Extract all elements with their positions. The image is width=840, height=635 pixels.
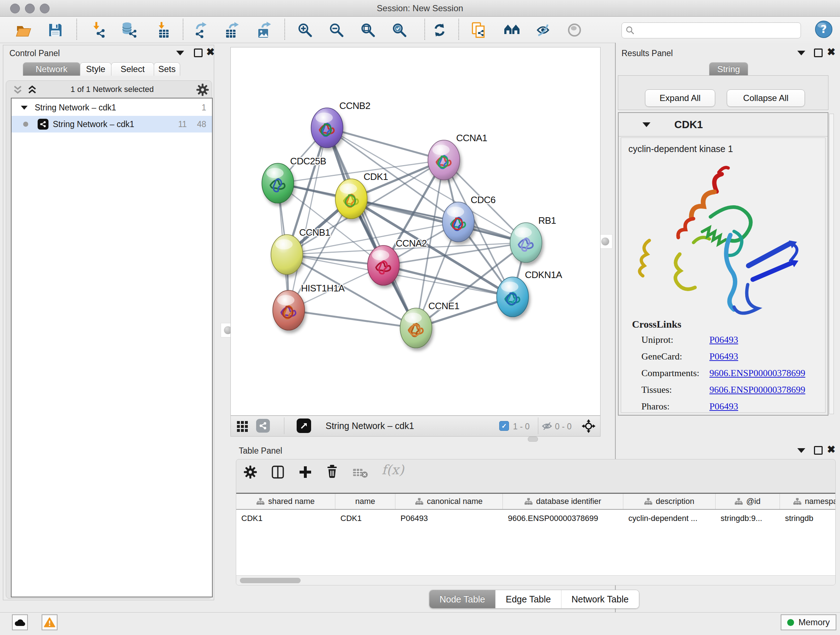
network-graph: CCNB2CCNA1CDC25BCDK1CDC6RB1CCNB1CCNA2CDK… <box>231 48 600 415</box>
show-columns-icon[interactable] <box>271 465 285 480</box>
export-table-button[interactable] <box>223 21 241 39</box>
table-panel-menu-icon[interactable] <box>797 448 805 453</box>
results-panel-title: Results Panel <box>622 49 673 58</box>
graph-node-HIST1H1A[interactable]: HIST1H1A <box>273 283 345 330</box>
column-header-name[interactable]: name <box>335 494 395 509</box>
birds-eye-view-icon[interactable] <box>297 418 311 433</box>
crosslink-link[interactable]: P06493 <box>709 401 738 412</box>
tab-network-table[interactable]: Network Table <box>561 590 639 608</box>
network-collection-row[interactable]: String Network – cdk1 1 <box>11 99 212 116</box>
import-network-database-button[interactable] <box>120 21 138 39</box>
tab-edge-table[interactable]: Edge Table <box>496 590 561 608</box>
result-expander-icon[interactable] <box>643 122 651 127</box>
results-panel-float-icon[interactable] <box>814 49 823 57</box>
table-cell[interactable]: stringdb <box>780 510 835 527</box>
namespace-tree-icon <box>524 498 532 505</box>
node-label-CDKN1A: CDKN1A <box>525 269 562 280</box>
delete-column-icon[interactable] <box>325 464 339 480</box>
create-column-icon[interactable] <box>298 465 312 480</box>
column-header-canonical-name[interactable]: canonical name <box>395 494 503 509</box>
column-header-namespace[interactable]: namespace <box>780 494 835 509</box>
zoom-out-button[interactable] <box>327 21 346 39</box>
control-panel-close-icon[interactable]: ✖ <box>206 48 215 57</box>
string-app-icon <box>38 119 49 130</box>
table-cell[interactable]: P06493 <box>395 510 503 527</box>
network-canvas[interactable]: CCNB2CCNA1CDC25BCDK1CDC6RB1CCNB1CCNA2CDK… <box>231 47 600 416</box>
table-panel-float-icon[interactable] <box>814 446 823 455</box>
tab-string[interactable]: String <box>709 62 748 76</box>
network-share-view-icon[interactable] <box>256 419 270 432</box>
open-session-button[interactable] <box>14 21 33 39</box>
results-panel-close-icon[interactable]: ✖ <box>827 48 835 57</box>
collection-expander-icon[interactable] <box>21 105 28 109</box>
zoom-in-button[interactable] <box>296 21 314 39</box>
control-panel-menu-icon[interactable] <box>176 51 184 55</box>
graph-node-CDKN1A[interactable]: CDKN1A <box>497 269 562 317</box>
export-image-button[interactable] <box>255 21 273 39</box>
duplicate-network-button[interactable] <box>470 21 488 39</box>
results-scrollbar[interactable] <box>829 114 834 414</box>
graph-node-CDC6[interactable]: CDC6 <box>442 195 496 242</box>
cloud-status-button[interactable] <box>12 614 28 630</box>
network-row[interactable]: String Network – cdk1 11 48 <box>11 116 212 133</box>
help-button[interactable]: ? <box>815 20 833 38</box>
status-bar <box>0 612 840 635</box>
graph-node-CCNB2[interactable]: CCNB2 <box>311 100 370 148</box>
crosslink-link[interactable]: P06493 <box>709 351 738 362</box>
table-cell[interactable]: cyclin-dependent ... <box>623 510 715 527</box>
expand-all-networks-icon[interactable] <box>27 85 38 97</box>
graph-node-CCNA2[interactable]: CCNA2 <box>368 238 427 285</box>
memory-status-button[interactable]: Memory <box>781 614 836 630</box>
node-label-CDC6: CDC6 <box>471 195 496 205</box>
collapse-all-networks-icon[interactable] <box>12 85 23 97</box>
show-all-button[interactable] <box>565 21 584 39</box>
table-cell[interactable]: CDK1 <box>236 510 335 527</box>
search-input[interactable] <box>635 25 797 35</box>
tab-network[interactable]: Network <box>23 62 80 76</box>
table-hscrollbar-track[interactable] <box>236 575 835 585</box>
toolbar-separator <box>183 19 183 40</box>
collapse-all-button[interactable]: Collapse All <box>727 89 805 107</box>
zoom-fit-button[interactable] <box>359 21 377 39</box>
export-network-button[interactable] <box>192 21 210 39</box>
network-options-gear-icon[interactable] <box>196 83 209 98</box>
zoom-selected-button[interactable] <box>390 21 409 39</box>
graph-node-CCNE1[interactable]: CCNE1 <box>400 301 459 348</box>
grid-view-icon[interactable] <box>237 421 248 432</box>
pan-crosshair-icon[interactable] <box>581 418 596 435</box>
column-header-@id[interactable]: @id <box>715 494 780 509</box>
table-options-gear-icon[interactable] <box>243 465 257 480</box>
expand-all-button[interactable]: Expand All <box>645 89 715 107</box>
result-entry-header[interactable]: CDK1 <box>619 113 828 136</box>
table-row[interactable]: CDK1CDK1P064939606.ENSP00000378699cyclin… <box>236 510 835 527</box>
import-network-file-button[interactable] <box>89 21 107 39</box>
column-header-shared-name[interactable]: shared name <box>236 494 335 509</box>
tab-sets[interactable]: Sets <box>154 62 180 76</box>
node-label-HIST1H1A: HIST1H1A <box>301 283 345 294</box>
tab-select[interactable]: Select <box>111 62 154 76</box>
table-cell[interactable]: CDK1 <box>335 510 395 527</box>
crosslink-link[interactable]: P06493 <box>709 334 738 345</box>
table-cell[interactable]: stringdb:9... <box>715 510 780 527</box>
import-table-file-button[interactable] <box>153 21 172 39</box>
control-panel-float-icon[interactable] <box>194 49 202 57</box>
table-hscrollbar-thumb[interactable] <box>240 578 301 583</box>
table-panel-close-icon[interactable]: ✖ <box>827 445 835 454</box>
graph-node-RB1[interactable]: RB1 <box>510 215 556 263</box>
table-cell[interactable]: 9606.ENSP00000378699 <box>503 510 623 527</box>
save-session-button[interactable] <box>46 21 65 39</box>
horizontal-splitter-handle[interactable] <box>528 437 538 442</box>
protein-structure-image <box>625 157 821 317</box>
tab-node-table[interactable]: Node Table <box>429 590 496 608</box>
tab-style[interactable]: Style <box>80 62 111 76</box>
crosslink-link[interactable]: 9606.ENSP00000378699 <box>709 368 805 378</box>
selected-nodes-checkbox[interactable]: ✓ <box>499 421 509 431</box>
first-neighbors-button[interactable] <box>503 21 521 39</box>
warning-status-button[interactable] <box>42 614 57 630</box>
column-header-database-identifier[interactable]: database identifier <box>503 494 623 509</box>
column-header-description[interactable]: description <box>623 494 715 509</box>
refresh-button[interactable] <box>431 21 448 39</box>
results-panel-menu-icon[interactable] <box>797 51 805 55</box>
crosslink-link[interactable]: 9606.ENSP00000378699 <box>709 385 805 395</box>
hide-selected-button[interactable] <box>534 21 552 39</box>
